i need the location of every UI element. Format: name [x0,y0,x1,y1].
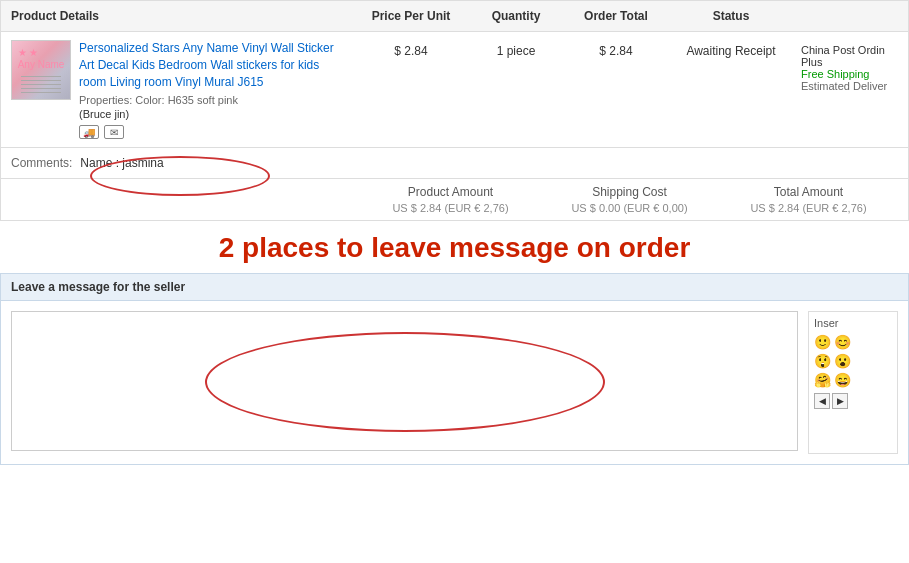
emoji-smile[interactable]: 🙂 [814,334,831,350]
totals-total-amount-value: US $ 2.84 (EUR € 2,76) [719,202,898,214]
emoji-open-mouth[interactable]: 😮 [834,353,851,369]
thumb-lines-decoration [21,73,61,93]
emoji-prev-button[interactable]: ◀ [814,393,830,409]
comments-value: Name : jasmina [80,156,163,170]
product-info: ★ ★Any Name Personalized Stars Any Name … [1,40,351,139]
insert-panel: Inser 🙂 😊 😲 😮 🤗 😄 ◀ ▶ [808,311,898,454]
totals-total-amount-col: Total Amount US $ 2.84 (EUR € 2,76) [719,185,898,214]
totals-row: Product Amount US $ 2.84 (EUR € 2,76) Sh… [0,179,909,221]
emoji-next-button[interactable]: ▶ [832,393,848,409]
thumbnail-image: ★ ★Any Name [12,41,70,99]
big-annotation-text: 2 places to leave message on order [0,221,909,273]
comments-row: Comments: Name : jasmina [0,148,909,179]
status-badge: Awaiting Receipt [686,44,775,58]
product-buyer: (Bruce jin) [79,108,341,120]
order-total-value: $ 2.84 [599,44,632,58]
message-icon[interactable]: ✉ [104,125,124,139]
price-value: $ 2.84 [394,44,427,58]
totals-product-amount-label: Product Amount [361,185,540,199]
quantity-value: 1 piece [497,44,536,58]
price-cell: $ 2.84 [351,40,471,58]
totals-total-amount-label: Total Amount [719,185,898,199]
col-header-quantity: Quantity [471,9,561,23]
totals-shipping-cost-value: US $ 0.00 (EUR € 0,00) [540,202,719,214]
emoji-navigation: ◀ ▶ [814,393,892,409]
status-cell: Awaiting Receipt [671,40,791,58]
product-row: ★ ★Any Name Personalized Stars Any Name … [0,31,909,148]
comments-wrapper: Name : jasmina [80,156,163,170]
totals-product-amount-col: Product Amount US $ 2.84 (EUR € 2,76) [361,185,540,214]
shipping-service-name: China Post Ordin Plus [801,44,898,68]
quantity-cell: 1 piece [471,40,561,58]
thumb-stars-decoration: ★ ★Any Name [18,47,65,71]
table-header: Product Details Price Per Unit Quantity … [0,0,909,31]
order-total-cell: $ 2.84 [561,40,671,58]
message-textarea-wrapper [11,311,798,454]
totals-shipping-cost-label: Shipping Cost [540,185,719,199]
emoji-laugh[interactable]: 😄 [834,372,851,388]
product-description: Personalized Stars Any Name Vinyl Wall S… [79,40,341,139]
emoji-surprised[interactable]: 😲 [814,353,831,369]
product-title-link[interactable]: Personalized Stars Any Name Vinyl Wall S… [79,41,334,89]
comments-label: Comments: [11,156,72,170]
free-shipping-label: Free Shipping [801,68,898,80]
leave-message-header: Leave a message for the seller [0,273,909,301]
emoji-hug[interactable]: 🤗 [814,372,831,388]
totals-labels: Product Amount US $ 2.84 (EUR € 2,76) Sh… [351,185,908,214]
col-header-product-details: Product Details [1,9,351,23]
leave-message-body: Inser 🙂 😊 😲 😮 🤗 😄 ◀ ▶ [0,301,909,465]
emoji-row-2: 😲 😮 [814,353,892,369]
emoji-row-1: 🙂 😊 [814,334,892,350]
estimated-delivery-label: Estimated Deliver [801,80,898,92]
insert-label: Inser [814,317,892,329]
shipping-cell: China Post Ordin Plus Free Shipping Esti… [791,40,908,92]
col-header-status: Status [671,9,791,23]
emoji-grin[interactable]: 😊 [834,334,851,350]
product-action-icons: 🚚 ✉ [79,125,341,139]
emoji-row-3: 🤗 😄 [814,372,892,388]
message-textarea[interactable] [11,311,798,451]
totals-spacer [1,185,351,214]
col-header-order-total: Order Total [561,9,671,23]
track-order-icon[interactable]: 🚚 [79,125,99,139]
product-properties: Properties: Color: H635 soft pink [79,94,341,106]
product-thumbnail: ★ ★Any Name [11,40,71,100]
col-header-shipping [791,9,908,23]
totals-shipping-cost-col: Shipping Cost US $ 0.00 (EUR € 0,00) [540,185,719,214]
totals-product-amount-value: US $ 2.84 (EUR € 2,76) [361,202,540,214]
col-header-price: Price Per Unit [351,9,471,23]
